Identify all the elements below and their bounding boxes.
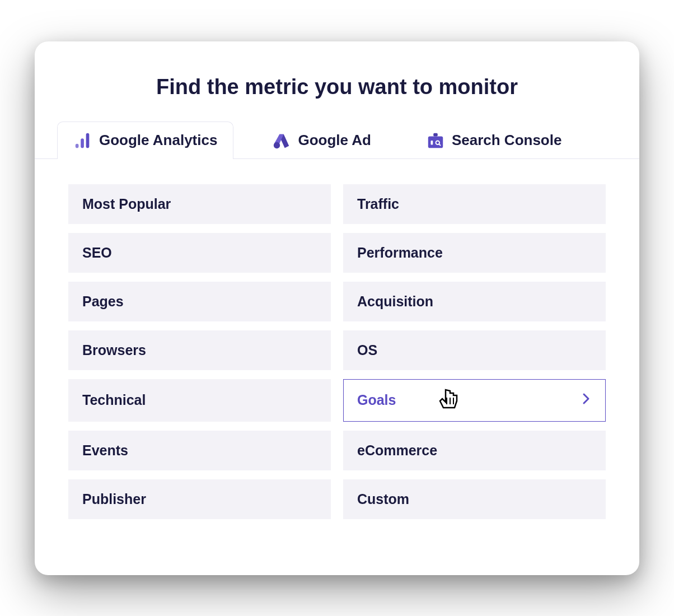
tab-search-console[interactable]: Search Console	[410, 122, 578, 159]
categories-grid: Most Popular Traffic SEO Performance Pag…	[35, 159, 639, 519]
tab-label: Google Analytics	[99, 132, 217, 149]
google-ad-icon	[272, 131, 291, 150]
metric-selector-card: Find the metric you want to monitor Goog…	[35, 41, 639, 575]
category-label: Publisher	[82, 491, 146, 507]
svg-rect-1	[81, 138, 84, 148]
category-acquisition[interactable]: Acquisition	[343, 282, 606, 321]
category-ecommerce[interactable]: eCommerce	[343, 431, 606, 470]
tab-label: Search Console	[452, 132, 562, 149]
category-goals[interactable]: Goals	[343, 379, 606, 422]
category-label: Technical	[82, 392, 146, 408]
tabs-container: Google Analytics Google Ad	[35, 122, 639, 159]
svg-rect-0	[76, 143, 79, 148]
category-os[interactable]: OS	[343, 330, 606, 370]
category-performance[interactable]: Performance	[343, 233, 606, 273]
svg-point-3	[274, 142, 280, 148]
search-console-icon	[426, 131, 445, 150]
category-label: Goals	[357, 392, 396, 408]
svg-rect-2	[86, 133, 90, 147]
category-label: Acquisition	[357, 293, 433, 310]
category-events[interactable]: Events	[68, 431, 331, 470]
category-technical[interactable]: Technical	[68, 379, 331, 422]
category-label: Traffic	[357, 196, 399, 212]
category-label: Performance	[357, 245, 443, 261]
category-label: SEO	[82, 245, 112, 261]
category-publisher[interactable]: Publisher	[68, 479, 331, 519]
category-pages[interactable]: Pages	[68, 282, 331, 321]
category-label: Pages	[82, 293, 124, 310]
category-label: Custom	[357, 491, 409, 507]
category-label: eCommerce	[357, 442, 437, 459]
category-most-popular[interactable]: Most Popular	[68, 184, 331, 224]
category-browsers[interactable]: Browsers	[68, 330, 331, 370]
category-label: Most Popular	[82, 196, 171, 212]
category-label: Events	[82, 442, 128, 459]
chevron-right-icon	[582, 391, 592, 410]
category-custom[interactable]: Custom	[343, 479, 606, 519]
svg-rect-6	[430, 141, 433, 145]
svg-rect-4	[433, 133, 438, 136]
tab-google-analytics[interactable]: Google Analytics	[57, 122, 233, 159]
category-label: OS	[357, 342, 377, 358]
page-title: Find the metric you want to monitor	[35, 41, 639, 122]
tab-google-ad[interactable]: Google Ad	[256, 122, 387, 159]
pointer-cursor-icon	[433, 384, 462, 413]
category-traffic[interactable]: Traffic	[343, 184, 606, 224]
google-analytics-icon	[73, 131, 92, 150]
category-label: Browsers	[82, 342, 146, 358]
category-seo[interactable]: SEO	[68, 233, 331, 273]
tab-label: Google Ad	[298, 132, 371, 149]
